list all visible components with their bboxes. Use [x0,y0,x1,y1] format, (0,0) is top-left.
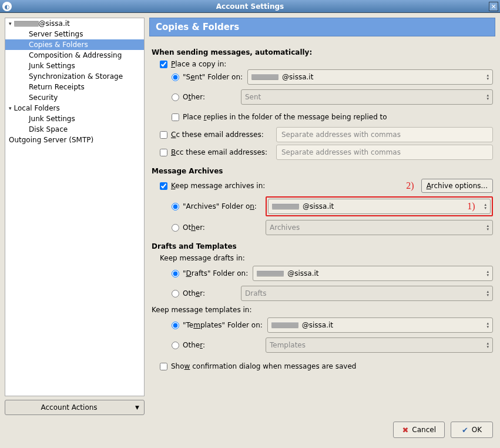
templates-other-radio[interactable]: Other: [172,341,261,349]
cancel-button[interactable]: ✖ Cancel [393,422,445,438]
sent-account-dropdown[interactable]: @sissa.it ▴▾ [247,69,493,85]
templates-other-row: Other: Templates ▴▾ [172,336,493,354]
bcc-row: Bcc these email addresses: Separate addr… [160,143,493,161]
section-sending-title: When sending messages, automatically: [152,48,493,56]
place-copy-label: Place a copy in: [171,60,226,68]
cc-row: Cc these email addresses: Separate addre… [160,126,493,143]
archives-folder-radio[interactable]: "Archives" Folder on: [172,202,261,210]
keep-archives-checkbox-input[interactable] [160,182,167,190]
drafts-folder-radio[interactable]: "Drafts" Folder on: [172,269,248,278]
archives-other-value: Archives [270,223,300,232]
cc-label: Cc these email addresses: [171,131,264,139]
tree-item-4[interactable]: Junk Settings [5,61,144,71]
spinner-icon: ▴▾ [486,290,489,297]
sent-other-radio[interactable]: Other: [172,93,236,101]
drafts-account-dropdown[interactable]: @sissa.it ▴▾ [253,266,493,281]
tree-item-3[interactable]: Composition & Addressing [5,50,144,61]
keep-drafts-label: Keep message drafts in: [160,254,493,262]
cc-text-input[interactable]: Separate addresses with commas [276,127,493,142]
drafts-folder-radio-input[interactable] [172,270,179,278]
tree-item-label: Server Settings [29,30,83,38]
templates-account-value: @sissa.it [302,321,333,329]
templates-other-dropdown: Templates ▴▾ [266,337,493,353]
tree-item-6[interactable]: Return Receipts [5,82,144,92]
section-archives-title: Message Archives [152,167,493,175]
obscured-username-icon [272,203,299,209]
bcc-checkbox[interactable]: Bcc these email addresses: [160,148,271,156]
place-replies-checkbox[interactable]: Place replies in the folder of the messa… [172,113,387,121]
keep-archives-row: Keep message archives in: 2) Archive opt… [160,179,493,193]
place-copy-checkbox[interactable]: Place a copy in: [160,60,493,68]
show-confirm-checkbox-input[interactable] [160,363,167,370]
sidebar: @sissa.itServer SettingsCopies & Folders… [5,18,145,415]
keep-templates-label: Keep message templates in: [152,306,493,314]
obscured-username-icon [251,74,278,80]
tree-item-label: Local Folders [14,104,60,112]
tree-item-1[interactable]: Server Settings [5,29,144,39]
archive-options-button[interactable]: Archive options... [421,179,493,193]
keep-archives-checkbox[interactable]: Keep message archives in: [160,182,265,190]
panel-title: Copies & Folders [149,18,495,36]
cc-placeholder: Separate addresses with commas [281,131,401,139]
panel-body: When sending messages, automatically: Pl… [149,40,495,415]
account-actions-button[interactable]: Account Actions ▼ [5,400,145,415]
sent-folder-radio[interactable]: "Sent" Folder on: [172,73,243,81]
show-confirm-checkbox[interactable]: Show confirmation dialog when messages a… [160,362,356,370]
spinner-icon: ▴▾ [484,203,486,210]
window-body: @sissa.itServer SettingsCopies & Folders… [0,13,500,420]
archives-account-dropdown[interactable]: @sissa.it 1) ▴▾ [268,199,491,214]
archives-other-dropdown: Archives ▴▾ [266,220,493,235]
sent-folder-radio-input[interactable] [172,73,179,81]
drafts-other-radio[interactable]: Other: [172,289,236,297]
window-titlebar: ◐ Account Settings ✕ [0,0,500,13]
tree-item-2[interactable]: Copies & Folders [5,39,144,50]
drafts-account-value: @sissa.it [287,269,318,278]
bcc-text-input[interactable]: Separate addresses with commas [276,145,493,160]
account-actions-label: Account Actions [41,403,97,412]
window-close-button[interactable]: ✕ [489,2,498,11]
sent-other-radio-input[interactable] [172,93,179,101]
templates-account-dropdown[interactable]: @sissa.it ▴▾ [267,317,493,333]
tree-item-5[interactable]: Synchronization & Storage [5,71,144,82]
cc-checkbox-input[interactable] [160,131,167,139]
annotation-1: 1) [467,201,475,212]
drafts-other-radio-input[interactable] [172,290,179,297]
place-replies-label: Place replies in the folder of the messa… [183,113,387,121]
archives-folder-radio-input[interactable] [172,203,179,210]
dropdown-caret-icon: ▼ [135,404,139,410]
ok-label: OK [472,426,482,434]
sent-other-row: Other: Sent ▴▾ [172,88,493,106]
bcc-placeholder: Separate addresses with commas [281,148,401,156]
ok-button[interactable]: ✔ OK [451,422,493,438]
templates-folder-radio-input[interactable] [172,322,179,329]
tree-item-label: Junk Settings [29,62,75,70]
archive-options-label: Archive options... [427,182,488,190]
spinner-icon: ▴▾ [486,93,489,101]
show-confirm-row: Show confirmation dialog when messages a… [160,357,493,375]
cancel-icon: ✖ [402,426,408,434]
archives-other-radio-label: Other: [183,223,205,232]
archives-other-radio-input[interactable] [172,224,179,232]
archives-other-radio[interactable]: Other: [172,223,261,232]
account-tree[interactable]: @sissa.itServer SettingsCopies & Folders… [5,18,145,396]
tree-item-label: @sissa.it [39,19,70,28]
bcc-checkbox-input[interactable] [160,149,167,156]
place-copy-checkbox-input[interactable] [160,61,167,68]
tree-item-11[interactable]: Outgoing Server (SMTP) [5,135,144,145]
place-replies-checkbox-input[interactable] [172,113,179,121]
templates-other-radio-input[interactable] [172,342,179,349]
obscured-username-icon [271,322,298,328]
archives-dropdown-highlight: @sissa.it 1) ▴▾ [266,196,493,216]
archives-account-value: @sissa.it [303,202,334,210]
tree-item-10[interactable]: Disk Space [5,124,144,135]
templates-folder-radio[interactable]: "Templates" Folder on: [172,321,263,329]
spinner-icon: ▴▾ [486,224,489,231]
sent-other-value: Sent [245,93,261,101]
tree-item-9[interactable]: Junk Settings [5,113,144,124]
cancel-label: Cancel [412,426,436,434]
place-replies-row: Place replies in the folder of the messa… [172,108,493,126]
cc-checkbox[interactable]: Cc these email addresses: [160,131,271,139]
tree-item-0[interactable]: @sissa.it [5,18,144,29]
tree-item-7[interactable]: Security [5,92,144,103]
tree-item-8[interactable]: Local Folders [5,103,144,113]
